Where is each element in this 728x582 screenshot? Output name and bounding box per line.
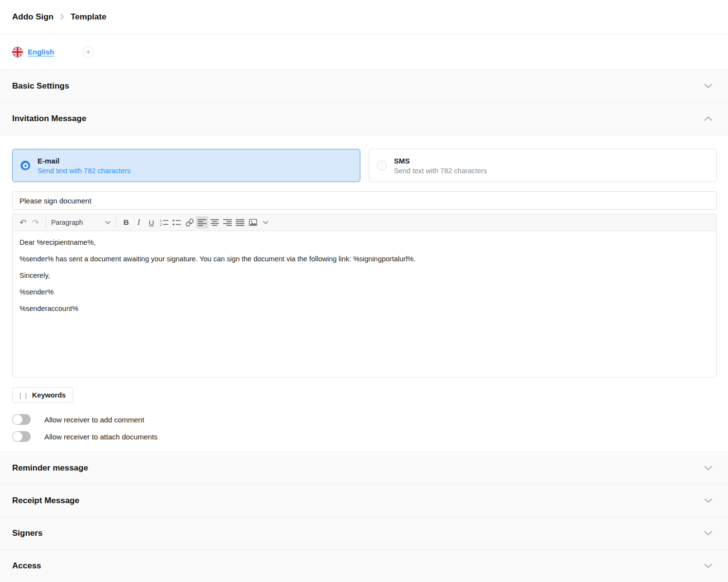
message-body-editor[interactable]: Dear %recipientname%, %sender% has sent … — [13, 231, 716, 377]
insert-image-button[interactable] — [246, 216, 259, 229]
chevron-down-icon — [704, 564, 712, 568]
keywords-button-label: Keywords — [32, 391, 66, 399]
paragraph-format-value: Paragraph — [51, 218, 83, 226]
bold-button[interactable]: B — [120, 216, 132, 229]
keywords-button[interactable]: [ ] Keywords — [12, 387, 73, 403]
sms-option-label: SMS — [394, 157, 487, 165]
chevron-down-icon — [704, 84, 712, 89]
plus-icon: + — [86, 48, 91, 56]
align-left-icon — [198, 219, 206, 226]
message-line: %sender% — [19, 289, 709, 296]
section-header-invitation-message[interactable]: Invitation Message — [0, 102, 728, 135]
italic-icon: I — [137, 218, 140, 227]
svg-text:2: 2 — [160, 222, 162, 226]
link-icon — [186, 218, 194, 227]
breadcrumb-app[interactable]: Addo Sign — [12, 12, 54, 22]
insert-link-button[interactable] — [183, 216, 196, 229]
allow-attach-label: Allow receiver to attach documents — [44, 433, 158, 441]
invitation-message-panel: E-mail Send text with 782 characters SMS… — [0, 135, 728, 452]
align-justify-icon — [236, 219, 244, 226]
chevron-down-icon — [263, 221, 268, 224]
allow-attach-toggle[interactable] — [12, 431, 31, 442]
chevron-down-icon — [704, 466, 712, 471]
toggle-row-add-comment: Allow receiver to add comment — [12, 414, 717, 425]
message-line: Sincerely, — [19, 272, 709, 279]
bullet-list-icon — [172, 218, 182, 226]
email-option-card[interactable]: E-mail Send text with 782 characters — [12, 149, 360, 182]
toolbar-divider — [116, 217, 116, 228]
channel-selector: E-mail Send text with 782 characters SMS… — [12, 149, 717, 182]
sms-option-description: Send text with 782 characters — [394, 167, 487, 175]
sms-option-card[interactable]: SMS Send text with 782 characters — [369, 149, 717, 182]
radio-unselected-icon — [377, 161, 387, 170]
language-link[interactable]: English — [28, 48, 54, 56]
align-center-icon — [210, 219, 219, 226]
language-bar: English + — [0, 34, 728, 70]
image-icon — [248, 218, 258, 226]
add-language-button[interactable]: + — [82, 46, 94, 58]
allow-comment-toggle[interactable] — [12, 414, 31, 425]
underline-button[interactable]: U — [145, 216, 158, 229]
ordered-list-button[interactable]: 1 2 — [158, 216, 170, 229]
chevron-right-icon — [60, 14, 64, 20]
section-title: Access — [12, 561, 41, 571]
undo-button[interactable]: ↶ — [17, 216, 29, 229]
paragraph-format-select[interactable]: Paragraph — [49, 216, 112, 229]
message-line: Dear %recipientname%, — [19, 239, 709, 246]
bold-icon: B — [123, 218, 129, 227]
toggle-knob — [13, 432, 22, 441]
toolbar-divider — [45, 217, 46, 228]
brackets-icon: [ ] — [19, 392, 28, 399]
message-line: %senderaccount% — [19, 305, 709, 312]
email-option-description: Send text with 782 characters — [37, 167, 131, 175]
email-option-label: E-mail — [37, 157, 131, 165]
align-right-button[interactable] — [221, 216, 234, 229]
toggle-row-attach-documents: Allow receiver to attach documents — [12, 431, 717, 442]
rich-text-editor: ↶ ↷ Paragraph B I U 1 2 — [12, 214, 717, 378]
radio-selected-icon — [20, 161, 30, 170]
allow-comment-label: Allow receiver to add comment — [44, 416, 144, 424]
section-header-access[interactable]: Access — [0, 549, 728, 582]
message-line: %sender% has sent a document awaiting yo… — [19, 255, 709, 263]
section-title: Reminder message — [12, 463, 88, 473]
section-title: Invitation Message — [12, 114, 86, 124]
more-toolbar-options-button[interactable] — [259, 216, 272, 229]
section-title: Basic Settings — [12, 81, 69, 91]
editor-toolbar: ↶ ↷ Paragraph B I U 1 2 — [13, 214, 716, 231]
uk-flag-icon — [12, 47, 23, 57]
redo-icon: ↷ — [32, 218, 39, 228]
align-right-icon — [223, 219, 232, 226]
subject-input[interactable] — [12, 191, 717, 210]
section-header-signers[interactable]: Signers — [0, 517, 728, 549]
breadcrumb-page: Template — [71, 12, 106, 22]
align-left-button[interactable] — [196, 216, 208, 229]
section-header-reminder-message[interactable]: Reminder message — [0, 452, 728, 484]
section-header-basic-settings[interactable]: Basic Settings — [0, 70, 728, 102]
section-title: Receipt Message — [12, 496, 79, 506]
chevron-down-icon — [704, 498, 712, 503]
breadcrumb: Addo Sign Template — [0, 0, 728, 34]
italic-button[interactable]: I — [132, 216, 145, 229]
redo-button[interactable]: ↷ — [29, 216, 42, 229]
toggle-knob — [13, 415, 22, 424]
section-header-receipt-message[interactable]: Receipt Message — [0, 484, 728, 517]
undo-icon: ↶ — [19, 218, 26, 228]
bullet-list-button[interactable] — [170, 216, 183, 229]
align-center-button[interactable] — [208, 216, 221, 229]
chevron-down-icon — [105, 221, 111, 224]
ordered-list-icon: 1 2 — [160, 218, 169, 226]
chevron-up-icon — [704, 116, 712, 121]
align-justify-button[interactable] — [234, 216, 246, 229]
underline-icon: U — [149, 218, 154, 227]
section-title: Signers — [12, 528, 42, 538]
chevron-down-icon — [704, 531, 712, 536]
